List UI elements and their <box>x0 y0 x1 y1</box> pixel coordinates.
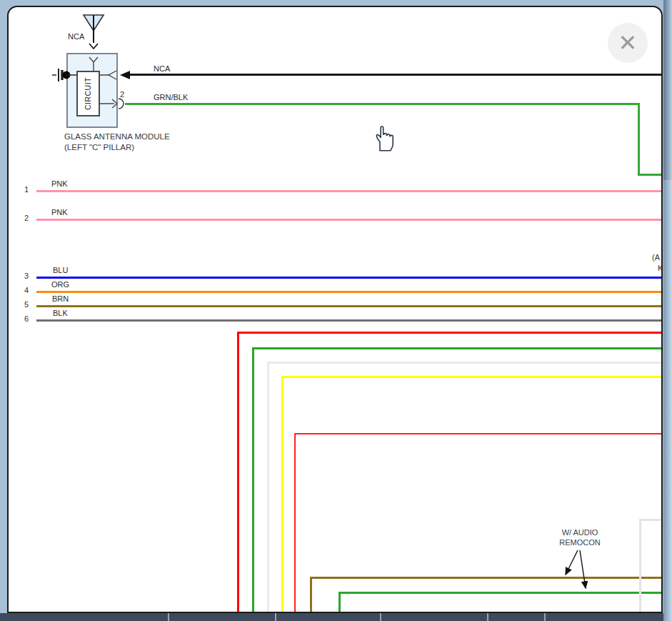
scrollbar-vertical-thumb[interactable] <box>663 0 672 180</box>
bottom-bar-separator <box>544 613 546 621</box>
window-bottom-edge <box>0 613 663 621</box>
close-button[interactable]: ✕ <box>608 23 648 63</box>
wiring-diagram-panel[interactable]: NCA CIRCUIT <box>7 6 663 613</box>
clipped-right-text-line1: (A <box>652 253 660 262</box>
bottom-bar-separator <box>380 613 381 621</box>
bottom-bar-separator <box>275 613 276 621</box>
bottom-bar-separator <box>168 613 169 621</box>
scrollbar-vertical-track[interactable] <box>663 0 672 621</box>
clipped-right-text-line2: K <box>658 264 663 272</box>
diagram-viewer-window: NCA CIRCUIT <box>0 0 672 621</box>
hand-cursor-icon <box>373 124 394 153</box>
bottom-bar-separator <box>487 613 488 621</box>
close-icon: ✕ <box>618 29 638 56</box>
annotation-arrows-icon <box>9 7 663 613</box>
